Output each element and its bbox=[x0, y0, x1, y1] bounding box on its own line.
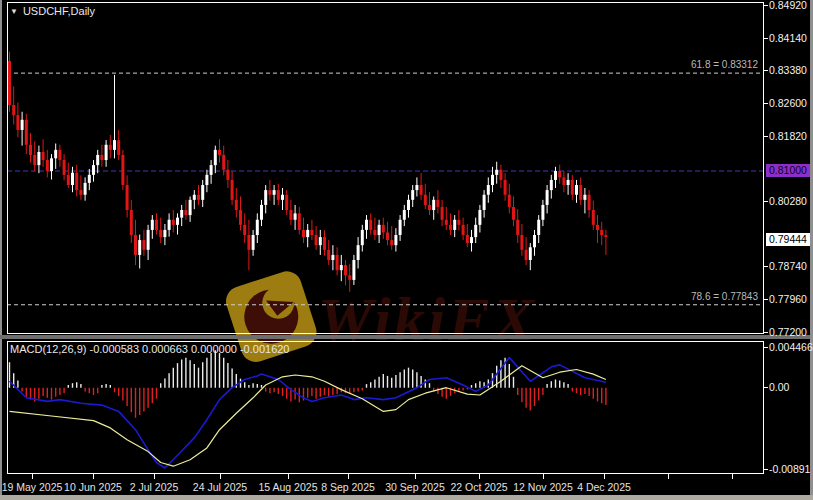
candle-body bbox=[218, 150, 221, 155]
candle-body bbox=[243, 225, 246, 235]
candle-body bbox=[163, 230, 166, 237]
candle-body bbox=[600, 230, 603, 235]
candle-body bbox=[537, 220, 540, 235]
candle-body bbox=[310, 230, 313, 235]
candle-body bbox=[247, 235, 250, 250]
candle-body bbox=[441, 207, 444, 220]
candle-body bbox=[71, 173, 74, 185]
candle-body bbox=[302, 230, 305, 237]
candle-body bbox=[331, 255, 334, 260]
candle-body bbox=[382, 225, 385, 233]
candle-body bbox=[579, 185, 582, 200]
candle-body bbox=[84, 183, 87, 195]
candle-body bbox=[277, 190, 280, 200]
candle-body bbox=[327, 250, 330, 260]
candle-body bbox=[226, 170, 229, 180]
candle-body bbox=[403, 210, 406, 220]
candle-body bbox=[54, 150, 57, 158]
candle-body bbox=[126, 185, 129, 210]
candle-body bbox=[462, 225, 465, 235]
candle-body bbox=[541, 205, 544, 220]
macd-signal-line bbox=[10, 366, 606, 466]
candle-body bbox=[239, 210, 242, 225]
candle-body bbox=[37, 152, 40, 165]
candle-body bbox=[558, 171, 561, 177]
candle-body bbox=[487, 185, 490, 195]
candle-body bbox=[134, 235, 137, 255]
candle-body bbox=[399, 220, 402, 235]
candle-body bbox=[499, 170, 502, 180]
candle-body bbox=[407, 200, 410, 210]
candle-body bbox=[432, 200, 435, 210]
candle-body bbox=[546, 190, 549, 205]
candle-body bbox=[583, 195, 586, 200]
candle-body bbox=[105, 145, 108, 160]
candle-body bbox=[424, 195, 427, 205]
symbol-label-text: USDCHF,Daily bbox=[23, 5, 95, 17]
candle-body bbox=[365, 220, 368, 230]
candle-body bbox=[285, 195, 288, 210]
candle-body bbox=[214, 150, 217, 165]
candle-body bbox=[386, 232, 389, 240]
candle-body bbox=[575, 185, 578, 195]
candle-body bbox=[340, 265, 343, 270]
candle-body bbox=[508, 195, 511, 207]
candle-body bbox=[193, 195, 196, 200]
candle-body bbox=[155, 220, 158, 230]
candle-body bbox=[348, 275, 351, 280]
candle-body bbox=[445, 220, 448, 225]
candle-body bbox=[189, 200, 192, 215]
candle-body bbox=[201, 185, 204, 200]
candle-body bbox=[411, 190, 414, 200]
candle-body bbox=[289, 210, 292, 220]
candle-body bbox=[588, 195, 591, 210]
candle-body bbox=[264, 190, 267, 205]
candle-body bbox=[117, 140, 120, 155]
candle-body bbox=[147, 230, 150, 250]
candle-body bbox=[159, 230, 162, 237]
candle-body bbox=[478, 210, 481, 225]
candle-body bbox=[42, 152, 45, 160]
candle-body bbox=[504, 180, 507, 195]
candle-body bbox=[113, 140, 116, 150]
candle-body bbox=[554, 171, 557, 180]
candle-body bbox=[596, 225, 599, 230]
candle-body bbox=[142, 240, 145, 250]
candle-body bbox=[100, 155, 103, 160]
candle-body bbox=[474, 225, 477, 237]
candle-body bbox=[210, 165, 213, 175]
candle-body bbox=[172, 220, 175, 225]
candle-body bbox=[315, 235, 318, 245]
candle-body bbox=[306, 230, 309, 237]
candle-body bbox=[466, 235, 469, 243]
candle-body bbox=[369, 220, 372, 230]
candle-body bbox=[197, 195, 200, 200]
candle-body bbox=[516, 220, 519, 235]
candle-body bbox=[29, 145, 32, 155]
candle-body bbox=[567, 180, 570, 185]
candle-body bbox=[63, 160, 66, 175]
candle-body bbox=[457, 220, 460, 225]
candle-body bbox=[394, 235, 397, 245]
candle-body bbox=[16, 115, 19, 130]
price-chart-canvas[interactable] bbox=[0, 0, 813, 500]
candle-body bbox=[75, 173, 78, 190]
candle-body bbox=[168, 220, 171, 230]
candle-body bbox=[592, 210, 595, 225]
candle-body bbox=[420, 185, 423, 195]
candle-body bbox=[12, 105, 15, 115]
candle-body bbox=[449, 225, 452, 230]
candle-body bbox=[268, 190, 271, 195]
candle-body bbox=[260, 205, 263, 220]
candle-body bbox=[495, 170, 498, 175]
candle-body bbox=[298, 213, 301, 230]
candle-body bbox=[533, 235, 536, 247]
symbol-timeframe-label[interactable]: ▼USDCHF,Daily bbox=[10, 5, 95, 17]
candle-body bbox=[352, 260, 355, 280]
candle-body bbox=[470, 237, 473, 243]
candle-body bbox=[67, 175, 70, 185]
candle-body bbox=[50, 158, 53, 171]
candle-body bbox=[529, 247, 532, 260]
candle-body bbox=[319, 237, 322, 245]
chart-window: WikiFX ▼USDCHF,Daily MACD(12,26,9) -0.00… bbox=[0, 0, 813, 500]
